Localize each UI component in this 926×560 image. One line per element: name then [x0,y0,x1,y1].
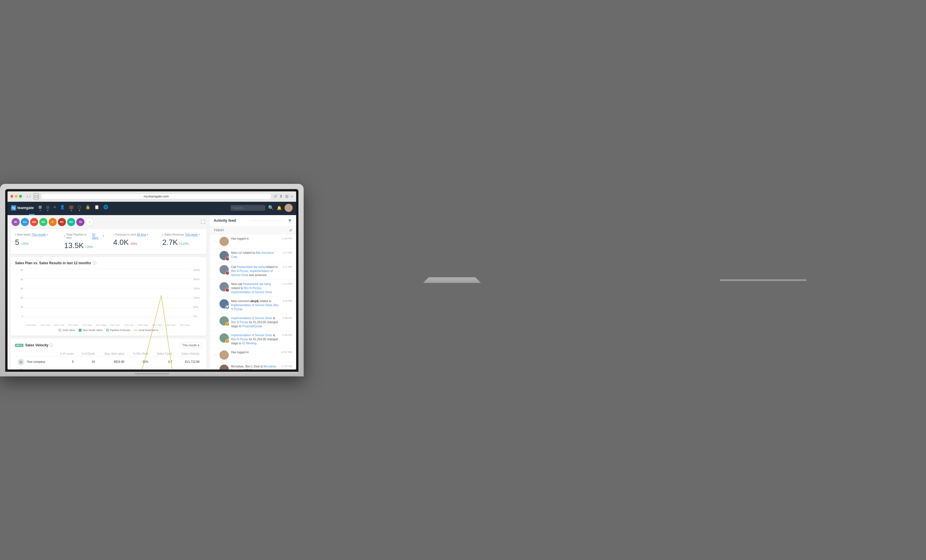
stage-link[interactable]: #2 Meeting [242,342,256,345]
chart-panel: Sales Plan vs. Sales Results in last 12 … [11,257,206,336]
back-button[interactable]: ‹ [27,194,28,199]
feed-body: Has logged in [231,350,278,355]
nav-settings[interactable]: 🌐 [103,205,108,211]
add-tab-icon[interactable]: + [291,194,293,199]
sales-cycle-value: 0.7 [151,356,175,367]
legend-color [106,329,109,332]
reload-icon[interactable]: ↺ [274,194,277,199]
browser-actions: ↺ ⬆ ⊞ + [274,194,293,199]
deal-link[interactable]: Implementation of Service Desk, Bits N P… [231,303,278,311]
feed-item: 💬 New comment aksjdj related to Implemen… [210,297,296,314]
url-bar[interactable] [41,193,271,199]
feed-avatar: 📞 [219,265,229,274]
win-rate-value: 0% [127,367,151,370]
table-row: BP Brad Pitt 0 0 €0.00 0% 0 €0.00 [15,367,202,370]
team-avatar[interactable]: Ko [21,218,29,226]
logo[interactable]: tg teamgate [11,205,34,210]
deal-link[interactable]: Bits N Pizzas, Implementation of Service… [231,287,272,294]
nav-dot [79,210,80,211]
search-icon[interactable]: 🔍 [268,205,274,210]
share-icon[interactable]: ⬆ [279,194,283,199]
stat-arrow[interactable]: ▾ [103,235,104,237]
feed-time: 1:44 PM [282,237,292,240]
stat-period-link[interactable]: This month [32,233,46,236]
col-leads: # of Leads [54,351,76,357]
nav-reports[interactable]: 📋 [94,205,99,211]
team-avatar[interactable]: RV [67,218,75,226]
legend-color [134,330,138,331]
deal-link[interactable]: Implementation of Service Desk [231,317,272,320]
team-avatar[interactable]: MS [30,218,38,226]
feed-body: Mcmahan, Ben L Deal at Mcmahan, Ben L fo… [231,365,279,370]
stat-arrow[interactable]: ▾ [199,233,200,236]
nav-indicator [29,214,35,215]
back-forward-buttons: ‹ › [27,194,30,199]
close-button[interactable] [11,195,13,198]
nav-contacts[interactable]: ◎ [46,205,50,211]
nav-dot [47,210,48,211]
deal-link[interactable]: Bits N Pizzas, Implementation of Service… [231,269,273,277]
feed-section-header: Today ↺ [210,226,296,234]
new-tab-icon[interactable]: ⊞ [285,194,289,199]
maximize-button[interactable] [19,195,22,198]
nav-dashboard[interactable]: ⊞ [38,205,42,211]
stat-new-leads: ℹ New leads This month ▾ 5 +25% [11,229,59,254]
nav-deals[interactable]: ⬡ [78,205,81,211]
feed-filter-icon[interactable]: ▼ [287,218,292,223]
stage-link[interactable]: Proposal/Quote [242,325,262,328]
nav-leads[interactable]: ≡ [53,205,56,211]
feed-body: Has logged in [231,237,280,241]
call-link[interactable]: call [238,251,242,254]
notifications-icon[interactable]: 🔔 [277,205,282,210]
stat-label: ℹ Total Pipeline in next 30 days ▾ [64,233,104,239]
deal-link[interactable]: Implementation of Service Desk [231,334,272,337]
feed-item: → Has logged in 12:57 PM [210,348,296,362]
stat-period-link[interactable]: This week [185,233,198,236]
minimize-button[interactable] [15,195,18,198]
stat-period-link[interactable]: 30 days [92,233,101,239]
feed-arrow-icon: → [214,239,217,243]
team-avatar[interactable]: P [48,218,57,226]
feed-time: 12:57 PM [281,351,292,353]
feed-items: → Has logged in 1:44 PM [210,234,296,370]
feed-title: Activity feed [214,218,247,223]
nav-products[interactable]: 🔒 [85,205,90,211]
velocity-title: Sales Velocity i [25,343,53,347]
nav-people[interactable]: 👤 [60,205,65,211]
legend-color [79,329,82,332]
feed-avatar [219,237,229,246]
fullscreen-button[interactable]: ⛶ [201,219,205,225]
stat-period-link[interactable]: All time [137,233,146,236]
team-avatar[interactable]: TE [76,218,85,226]
team-avatar[interactable]: NC [39,218,47,226]
forward-button[interactable]: › [29,194,31,199]
team-avatar[interactable]: RC [58,218,66,226]
stat-arrow[interactable]: ▾ [147,233,148,236]
left-panel: BI Ko MS NC P RC RV TE + ⛶ [8,215,209,370]
expand-team-button[interactable]: + [86,218,94,226]
company-link[interactable]: Bits N Pizzas [231,338,248,341]
person-link[interactable]: Mcmahan, Ben L [231,365,277,370]
team-avatar[interactable]: BI [12,218,20,226]
feed-refresh-button[interactable]: ↺ [289,228,292,232]
dashboard-icon: ⊞ [38,205,42,209]
laptop-stand [423,277,481,283]
chart-info-icon[interactable]: i [93,261,96,265]
call-link[interactable]: Paskambinti dar kartą [243,282,271,286]
nav-companies[interactable]: 💼 [69,205,74,211]
velocity-value: €11,712.86 [175,356,202,367]
call-link[interactable]: Paskambinti dar kartą [237,266,265,269]
search-input[interactable] [230,205,265,211]
sidebar-toggle-button[interactable]: ⊡ [34,193,39,200]
velocity-filter-button[interactable]: This month ▾ [180,343,202,348]
person-avatar: BP [17,369,24,370]
velocity-info-icon[interactable]: i [50,343,53,347]
deal-badge-icon: ⚡ [225,339,229,343]
user-avatar[interactable] [284,204,293,212]
feed-body: Call Paskambinti dar kartą related to Bi… [231,265,280,277]
x-label: 2017 May [94,324,108,326]
nav-dot [71,210,72,211]
company-link[interactable]: Bits N Pizzas [231,321,248,324]
stat-arrow[interactable]: ▾ [47,233,48,236]
company-icon: 🏢 [17,358,24,365]
